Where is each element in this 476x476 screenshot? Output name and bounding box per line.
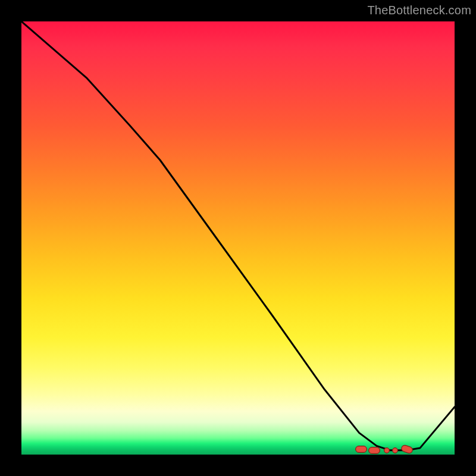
watermark-text: TheBottleneck.com bbox=[367, 4, 471, 17]
optimal-marker bbox=[355, 446, 367, 453]
optimal-marker bbox=[392, 447, 398, 453]
chart-frame: TheBottleneck.com bbox=[0, 0, 476, 476]
optimal-marker bbox=[368, 447, 380, 454]
optimal-marker bbox=[384, 447, 390, 453]
line-layer bbox=[21, 21, 455, 455]
plot-area bbox=[21, 21, 455, 455]
bottleneck-curve-line bbox=[21, 21, 455, 450]
